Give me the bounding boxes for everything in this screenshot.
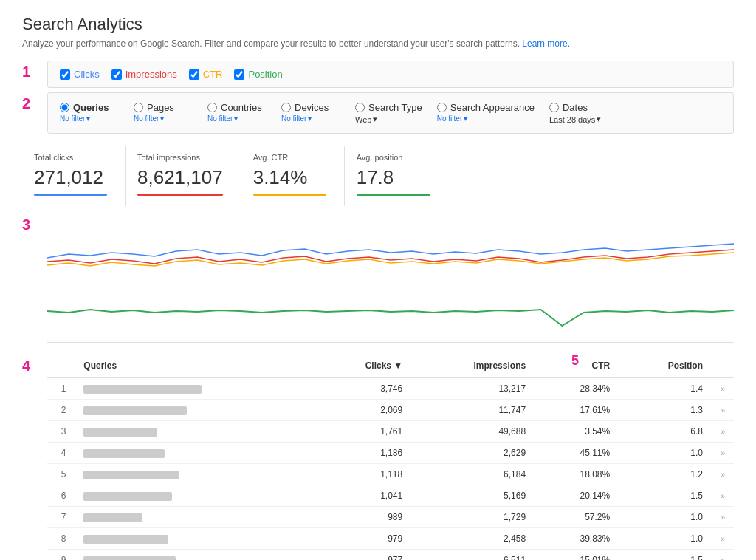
clicks-checkbox[interactable] bbox=[60, 69, 70, 80]
row-arrow[interactable]: » bbox=[712, 550, 734, 561]
row-arrow[interactable]: » bbox=[712, 528, 734, 550]
row-ctr: 3.54% bbox=[535, 421, 619, 443]
row-position: 1.0 bbox=[619, 528, 712, 550]
impressions-checkbox[interactable] bbox=[111, 69, 122, 80]
row-ctr: 20.14% bbox=[535, 485, 619, 507]
table-row[interactable]: 9 977 6,511 15.01% 1.5 » bbox=[47, 550, 734, 561]
row-query[interactable] bbox=[75, 443, 314, 464]
table-row[interactable]: 2 2,069 11,747 17.61% 1.3 » bbox=[47, 400, 734, 421]
clicks-checkbox-item[interactable]: Clicks bbox=[60, 69, 100, 80]
search-appearance-radio[interactable] bbox=[437, 103, 447, 112]
row-arrow[interactable]: » bbox=[712, 485, 734, 507]
total-clicks-title: Total clicks bbox=[34, 153, 107, 162]
row-arrow[interactable]: » bbox=[712, 378, 734, 400]
queries-radio[interactable] bbox=[60, 103, 69, 112]
row-arrow[interactable]: » bbox=[712, 464, 734, 485]
row-arrow[interactable]: » bbox=[712, 507, 734, 528]
impressions-label: Impressions bbox=[126, 69, 177, 80]
search-appearance-dimension[interactable]: Search Appearance No filter ▾ bbox=[437, 99, 535, 126]
row-ctr: 39.83% bbox=[535, 528, 619, 550]
search-appearance-radio-label: Search Appearance bbox=[450, 102, 535, 113]
impressions-underline bbox=[137, 194, 223, 196]
table-row[interactable]: 4 1,186 2,629 45.11% 1.0 » bbox=[47, 443, 734, 464]
table-row[interactable]: 1 3,746 13,217 28.34% 1.4 » bbox=[47, 378, 734, 400]
table-row[interactable]: 3 1,761 49,688 3.54% 6.8 » bbox=[47, 421, 734, 443]
queries-radio-label: Queries bbox=[73, 102, 109, 113]
row-ctr: 18.08% bbox=[535, 464, 619, 485]
row-query[interactable] bbox=[75, 421, 314, 443]
row-clicks: 979 bbox=[315, 528, 411, 550]
queries-filter-sub[interactable]: No filter ▾ bbox=[60, 115, 90, 123]
row-clicks: 1,041 bbox=[315, 485, 411, 507]
ctr-underline bbox=[253, 194, 326, 196]
col-impressions-header: Impressions bbox=[411, 355, 535, 378]
total-impressions-value: 8,621,107 bbox=[137, 166, 223, 189]
ctr-checkbox-item[interactable]: CTR bbox=[189, 69, 223, 80]
row-clicks: 3,746 bbox=[315, 378, 411, 400]
step-4-label: 4 bbox=[22, 358, 43, 375]
pages-filter-sub[interactable]: No filter ▾ bbox=[134, 115, 164, 123]
dates-dimension[interactable]: Dates Last 28 days ▾ bbox=[549, 99, 608, 127]
row-query[interactable] bbox=[75, 464, 314, 485]
row-query[interactable] bbox=[75, 485, 314, 507]
row-query[interactable] bbox=[75, 400, 314, 421]
row-query[interactable] bbox=[75, 550, 314, 561]
ctr-label: CTR bbox=[203, 69, 223, 80]
countries-filter-sub[interactable]: No filter ▾ bbox=[207, 115, 238, 123]
table-row[interactable]: 5 1,118 6,184 18.08% 1.2 » bbox=[47, 464, 734, 485]
position-checkbox[interactable] bbox=[234, 69, 244, 80]
avg-position-title: Avg. position bbox=[357, 153, 430, 162]
table-row[interactable]: 6 1,041 5,169 20.14% 1.5 » bbox=[47, 485, 734, 507]
row-arrow[interactable]: » bbox=[712, 443, 734, 464]
row-number: 9 bbox=[47, 550, 75, 561]
top-chart bbox=[47, 217, 734, 284]
row-query[interactable] bbox=[75, 378, 314, 400]
row-position: 1.2 bbox=[619, 464, 712, 485]
row-position: 1.0 bbox=[619, 507, 712, 528]
position-underline bbox=[357, 194, 430, 196]
row-number: 1 bbox=[47, 378, 75, 400]
row-impressions: 13,217 bbox=[411, 378, 535, 400]
total-impressions-card: Total impressions 8,621,107 bbox=[126, 146, 241, 206]
row-clicks: 989 bbox=[315, 507, 411, 528]
countries-dimension[interactable]: Countries No filter ▾ bbox=[207, 99, 267, 126]
queries-dimension[interactable]: Queries No filter ▾ bbox=[60, 99, 119, 126]
col-queries-header[interactable]: Queries bbox=[75, 355, 314, 378]
dates-radio[interactable] bbox=[549, 103, 559, 112]
pages-dimension[interactable]: Pages No filter ▾ bbox=[134, 99, 193, 126]
row-query[interactable] bbox=[75, 528, 314, 550]
table-row[interactable]: 8 979 2,458 39.83% 1.0 » bbox=[47, 528, 734, 550]
devices-dimension[interactable]: Devices No filter ▾ bbox=[281, 99, 340, 126]
search-type-filter-sub[interactable]: Web ▾ bbox=[355, 115, 377, 124]
pages-radio[interactable] bbox=[134, 103, 143, 112]
devices-filter-sub[interactable]: No filter ▾ bbox=[281, 115, 312, 123]
row-clicks: 1,186 bbox=[315, 443, 411, 464]
learn-more-link[interactable]: Learn more. bbox=[522, 38, 570, 49]
row-impressions: 6,511 bbox=[411, 550, 535, 561]
clicks-label: Clicks bbox=[74, 69, 100, 80]
col-num bbox=[47, 355, 75, 378]
row-clicks: 977 bbox=[315, 550, 411, 561]
search-type-radio[interactable] bbox=[355, 103, 365, 112]
page-title: Search Analytics bbox=[22, 15, 734, 34]
row-arrow[interactable]: » bbox=[712, 421, 734, 443]
row-query[interactable] bbox=[75, 507, 314, 528]
row-impressions: 2,458 bbox=[411, 528, 535, 550]
row-clicks: 2,069 bbox=[315, 400, 411, 421]
impressions-checkbox-item[interactable]: Impressions bbox=[111, 69, 177, 80]
position-checkbox-item[interactable]: Position bbox=[234, 69, 282, 80]
row-arrow[interactable]: » bbox=[712, 400, 734, 421]
col-clicks-header[interactable]: Clicks ▼ bbox=[315, 355, 411, 378]
row-position: 6.8 bbox=[619, 421, 712, 443]
devices-radio-label: Devices bbox=[295, 102, 329, 113]
col-actions bbox=[712, 355, 734, 378]
devices-radio[interactable] bbox=[281, 103, 291, 112]
row-impressions: 49,688 bbox=[411, 421, 535, 443]
ctr-checkbox[interactable] bbox=[189, 69, 199, 80]
search-type-dimension[interactable]: Search Type Web ▾ bbox=[355, 99, 422, 127]
table-row[interactable]: 7 989 1,729 57.2% 1.0 » bbox=[47, 507, 734, 528]
countries-radio[interactable] bbox=[207, 103, 217, 112]
dates-filter-sub[interactable]: Last 28 days ▾ bbox=[549, 115, 601, 124]
dimension-filter-row: Queries No filter ▾ Pages No filter ▾ bbox=[47, 92, 734, 134]
search-appearance-filter-sub[interactable]: No filter ▾ bbox=[437, 115, 467, 123]
